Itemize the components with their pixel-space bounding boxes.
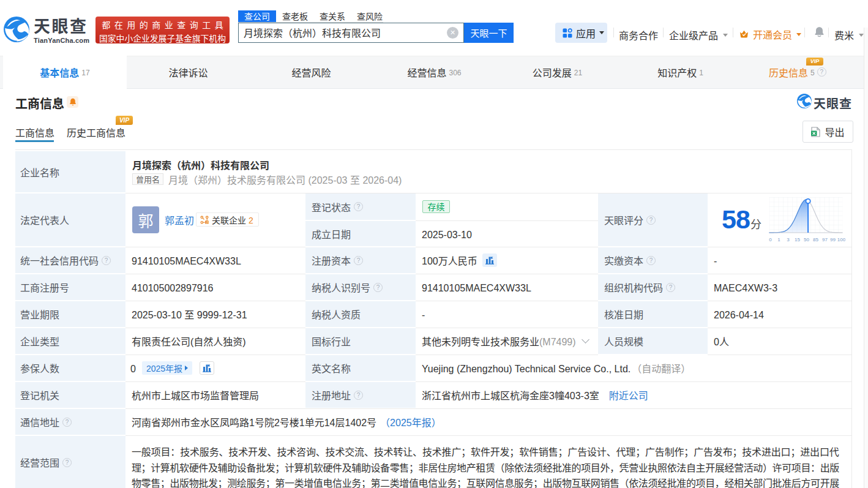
svg-text:0: 0	[769, 237, 772, 242]
svg-text:15: 15	[795, 237, 800, 242]
svg-text:3: 3	[787, 237, 790, 242]
svg-text:85: 85	[813, 237, 818, 242]
svg-text:1: 1	[777, 237, 780, 242]
svg-text:企: 企	[206, 220, 209, 223]
svg-text:100: 100	[837, 237, 845, 242]
svg-text:50: 50	[804, 237, 809, 242]
svg-text:97: 97	[822, 237, 828, 242]
svg-text:99: 99	[830, 237, 836, 242]
